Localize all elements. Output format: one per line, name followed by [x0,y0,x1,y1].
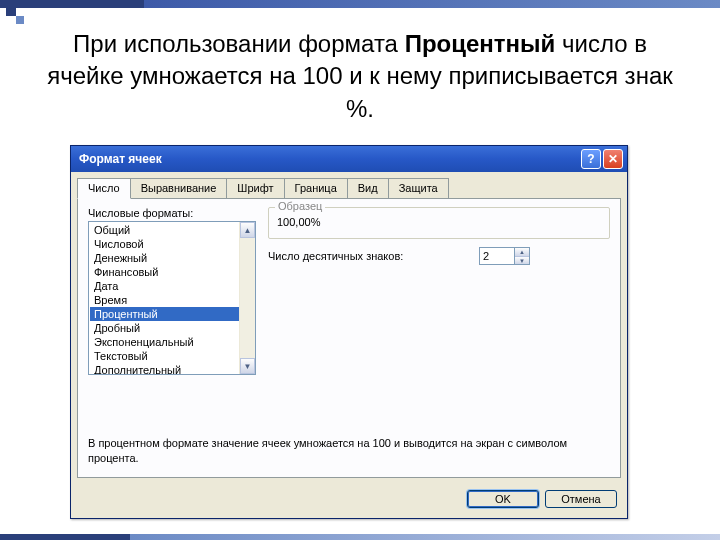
listbox-scrollbar[interactable]: ▲ ▼ [239,222,255,374]
title-bold: Процентный [405,30,556,57]
list-item[interactable]: Процентный [90,307,254,321]
slide-bottom-border [0,534,720,540]
tab-content: Числовые форматы: ОбщийЧисловойДенежныйФ… [77,198,621,478]
right-column: Образец 100,00% Число десятичных знаков:… [268,207,610,265]
tab-protection[interactable]: Защита [388,178,449,198]
format-description: В процентном формате значение ячеек умно… [88,436,610,465]
tabs-row: Число Выравнивание Шрифт Граница Вид Защ… [71,172,627,198]
tab-view[interactable]: Вид [347,178,389,198]
slide-top-border [0,0,720,8]
scroll-down-icon[interactable]: ▼ [240,358,255,374]
list-item[interactable]: Дробный [90,321,254,335]
close-button[interactable]: ✕ [603,149,623,169]
scroll-up-icon[interactable]: ▲ [240,222,255,238]
help-button[interactable]: ? [581,149,601,169]
list-item[interactable]: Дата [90,279,254,293]
tab-border[interactable]: Граница [284,178,348,198]
list-item[interactable]: Дополнительный [90,363,254,375]
decimal-label: Число десятичных знаков: [268,250,403,262]
list-item[interactable]: Общий [90,223,254,237]
tab-font[interactable]: Шрифт [226,178,284,198]
list-item[interactable]: Числовой [90,237,254,251]
sample-value: 100,00% [277,214,601,230]
sample-label: Образец [275,200,325,212]
dialog-title: Формат ячеек [79,152,579,166]
cancel-button[interactable]: Отмена [545,490,617,508]
formats-label: Числовые форматы: [88,207,256,219]
ok-button[interactable]: OK [467,490,539,508]
tab-number[interactable]: Число [77,178,131,199]
slide-title: При использовании формата Процентный чис… [40,28,680,125]
list-item[interactable]: Текстовый [90,349,254,363]
titlebar[interactable]: Формат ячеек ? ✕ [71,146,627,172]
slide-corner-decoration [0,0,28,28]
format-cells-dialog: Формат ячеек ? ✕ Число Выравнивание Шриф… [70,145,628,519]
spin-up-icon[interactable]: ▲ [515,248,529,256]
title-prefix: При использовании формата [73,30,405,57]
dialog-buttons: OK Отмена [71,484,627,518]
decimal-row: Число десятичных знаков: ▲ ▼ [268,247,610,265]
formats-column: Числовые форматы: ОбщийЧисловойДенежныйФ… [88,207,256,375]
spin-down-icon[interactable]: ▼ [515,256,529,264]
list-item[interactable]: Денежный [90,251,254,265]
sample-group: Образец 100,00% [268,207,610,239]
tab-alignment[interactable]: Выравнивание [130,178,228,198]
decimal-spinner: ▲ ▼ [479,247,530,265]
list-item[interactable]: Финансовый [90,265,254,279]
formats-listbox[interactable]: ОбщийЧисловойДенежныйФинансовыйДатаВремя… [88,221,256,375]
list-item[interactable]: Экспоненциальный [90,335,254,349]
list-item[interactable]: Время [90,293,254,307]
decimal-input[interactable] [479,247,515,265]
